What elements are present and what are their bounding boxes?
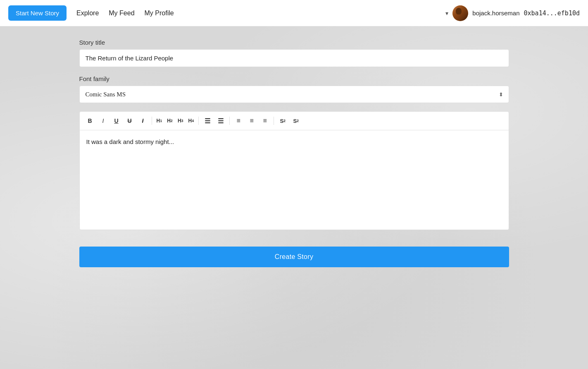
nav-my-feed[interactable]: My Feed: [109, 10, 134, 17]
heading4-button[interactable]: H4: [186, 115, 196, 127]
font-family-label: Font family: [79, 75, 509, 82]
strikethrough-button[interactable]: U: [124, 115, 136, 127]
wallet-address-label: 0xba14...efb10d: [524, 10, 580, 17]
superscript-button[interactable]: S2: [276, 115, 289, 127]
font-family-select[interactable]: Arial Comic Sans MS Georgia Times New Ro…: [79, 86, 509, 103]
avatar-image: [452, 5, 468, 21]
align-left-button[interactable]: ≡: [232, 115, 245, 127]
editor-container: B I U U I H1 H2 H3 H4 ☰ ☰ ≡ ≡ ≡ S2 S: [79, 111, 509, 230]
strike-italic-button[interactable]: I: [137, 115, 149, 127]
unordered-list-button[interactable]: ☰: [201, 115, 214, 127]
main-content: Story title Font family Arial Comic Sans…: [71, 26, 517, 284]
toolbar-separator-2: [198, 117, 199, 125]
toolbar-separator-4: [274, 117, 274, 125]
toolbar-separator-1: [152, 117, 152, 125]
underline-button[interactable]: U: [110, 115, 123, 127]
story-title-label: Story title: [79, 39, 509, 46]
username-label: bojack.horseman: [472, 10, 519, 17]
navbar: Start New Story Explore My Feed My Profi…: [0, 0, 588, 26]
nav-explore[interactable]: Explore: [76, 10, 99, 17]
font-family-select-wrapper: Arial Comic Sans MS Georgia Times New Ro…: [79, 86, 509, 103]
ordered-list-button[interactable]: ☰: [214, 115, 227, 127]
nav-my-profile[interactable]: My Profile: [145, 10, 174, 17]
avatar: [452, 5, 468, 21]
heading2-button[interactable]: H2: [165, 115, 175, 127]
heading1-button[interactable]: H1: [155, 115, 164, 127]
create-story-button[interactable]: Create Story: [79, 247, 509, 267]
dropdown-chevron-icon[interactable]: ▾: [445, 10, 448, 17]
align-center-button[interactable]: ≡: [245, 115, 258, 127]
navbar-right: ▾ bojack.horseman 0xba14...efb10d: [445, 5, 580, 21]
start-new-story-button[interactable]: Start New Story: [8, 5, 67, 21]
story-title-input[interactable]: [79, 49, 509, 67]
subscript-button[interactable]: S2: [290, 115, 302, 127]
toolbar-separator-3: [229, 117, 230, 125]
align-right-button[interactable]: ≡: [259, 115, 271, 127]
editor-section: B I U U I H1 H2 H3 H4 ☰ ☰ ≡ ≡ ≡ S2 S: [79, 111, 509, 230]
editor-toolbar: B I U U I H1 H2 H3 H4 ☰ ☰ ≡ ≡ ≡ S2 S: [80, 112, 509, 130]
heading3-button[interactable]: H3: [176, 115, 186, 127]
story-title-section: Story title: [79, 39, 509, 67]
editor-body[interactable]: It was a dark and stormy night...: [80, 130, 509, 230]
bold-button[interactable]: B: [84, 115, 96, 127]
italic-button[interactable]: I: [97, 115, 110, 127]
font-family-section: Font family Arial Comic Sans MS Georgia …: [79, 75, 509, 103]
navbar-left: Start New Story Explore My Feed My Profi…: [8, 5, 174, 21]
